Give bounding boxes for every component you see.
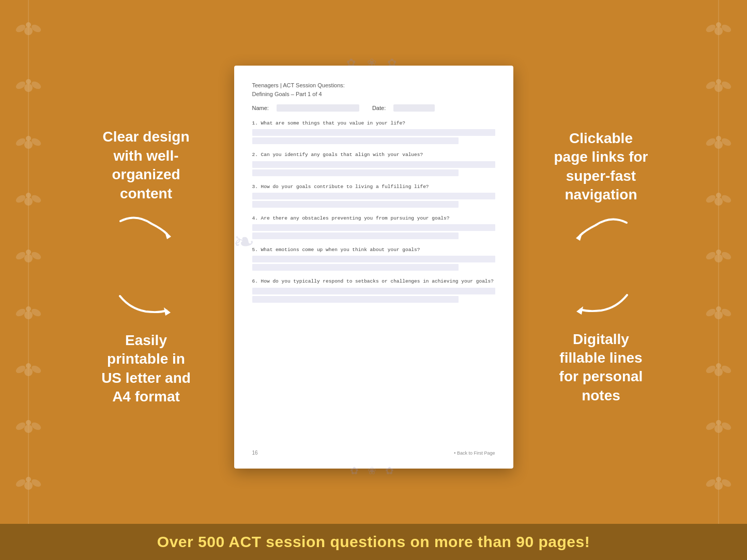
doc-bottom-deco: ✿ ❀ ✿	[350, 464, 397, 477]
doc-subtitle-line1: Teenagers | ACT Session Questions:	[252, 81, 495, 90]
arrow-left-1-icon	[570, 212, 632, 243]
answer-line[interactable]	[252, 224, 495, 231]
arrow-right-2-icon	[115, 291, 177, 322]
question-6-text: 6. How do you typically respond to setba…	[252, 278, 495, 285]
left-feature-1: Clear design with well- organized conten…	[102, 128, 189, 203]
answer-4-lines	[252, 224, 495, 239]
svg-marker-77	[576, 306, 583, 315]
answer-3-lines	[252, 193, 495, 208]
doc-subtitle: Teenagers | ACT Session Questions: Defin…	[252, 81, 495, 98]
answer-line[interactable]	[252, 264, 459, 271]
main-container: Clear design with well- organized conten…	[0, 0, 747, 560]
left-panel: Clear design with well- organized conten…	[74, 128, 219, 406]
answer-2-lines	[252, 161, 495, 176]
name-label: Name:	[252, 105, 269, 111]
doc-side-deco: ❧	[229, 227, 259, 257]
bottom-banner: Over 500 ACT session questions on more t…	[0, 524, 747, 560]
question-3: 3. How do your goals contribute to livin…	[252, 183, 495, 208]
document-container: ✿ ❀ ✿ ❧ Teenagers | ACT Session Question…	[234, 66, 513, 469]
answer-6-lines	[252, 288, 495, 303]
name-field[interactable]	[277, 104, 359, 112]
answer-5-lines	[252, 256, 495, 271]
svg-marker-75	[164, 307, 171, 316]
svg-marker-74	[164, 230, 171, 239]
answer-line[interactable]	[252, 129, 495, 136]
doc-subtitle-line2: Defining Goals – Part 1 of 4	[252, 90, 495, 99]
date-label: Date:	[372, 105, 386, 111]
doc-name-date-row: Name: Date:	[252, 104, 495, 112]
answer-line[interactable]	[252, 161, 495, 168]
answer-line[interactable]	[252, 137, 459, 144]
question-2: 2. Can you identify any goals that align…	[252, 151, 495, 176]
answer-line[interactable]	[252, 256, 495, 262]
question-4: 4. Are there any obstacles preventing yo…	[252, 215, 495, 239]
right-feature-1: Clickable page links for super-fast navi…	[554, 129, 648, 205]
date-field[interactable]	[393, 104, 435, 112]
right-feature-2: Digitally fillable lines for personal no…	[559, 330, 643, 406]
question-1-text: 1. What are some things that you value i…	[252, 120, 495, 127]
answer-line[interactable]	[252, 193, 495, 199]
arrow-left-2-icon	[570, 290, 632, 321]
answer-line[interactable]	[252, 296, 459, 303]
answer-line[interactable]	[252, 288, 495, 294]
answer-1-lines	[252, 129, 495, 144]
content-row: Clear design with well- organized conten…	[0, 0, 747, 524]
question-2-text: 2. Can you identify any goals that align…	[252, 151, 495, 158]
doc-footer: 16 • Back to First Page	[252, 445, 495, 456]
arrow-right-1-icon	[115, 211, 177, 242]
question-4-text: 4. Are there any obstacles preventing yo…	[252, 215, 495, 222]
question-5: 5. What emotions come up when you think …	[252, 246, 495, 271]
back-to-first-page-link[interactable]: • Back to First Page	[454, 450, 495, 456]
answer-line[interactable]	[252, 232, 459, 239]
left-feature-2: Easily printable in US letter and A4 for…	[101, 331, 191, 407]
page-number: 16	[252, 450, 258, 456]
svg-marker-76	[576, 232, 583, 241]
question-3-text: 3. How do your goals contribute to livin…	[252, 183, 495, 190]
question-1: 1. What are some things that you value i…	[252, 120, 495, 144]
question-6: 6. How do you typically respond to setba…	[252, 278, 495, 302]
document: ❧ Teenagers | ACT Session Questions: Def…	[234, 66, 513, 469]
answer-line[interactable]	[252, 169, 459, 176]
answer-line[interactable]	[252, 201, 459, 208]
right-panel: Clickable page links for super-fast navi…	[529, 129, 674, 405]
bottom-banner-text: Over 500 ACT session questions on more t…	[157, 533, 590, 550]
question-5-text: 5. What emotions come up when you think …	[252, 246, 495, 253]
